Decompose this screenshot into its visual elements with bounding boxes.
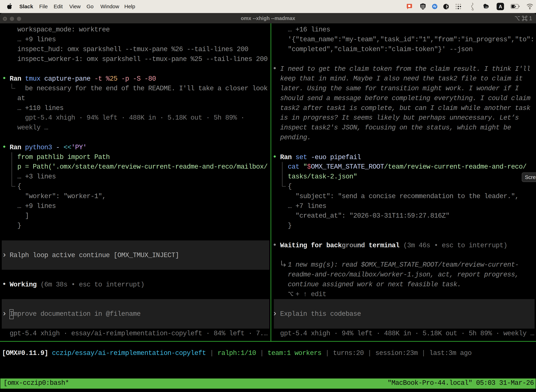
svg-text:A: A (499, 4, 502, 9)
svg-text:..61: ..61 (484, 6, 488, 9)
